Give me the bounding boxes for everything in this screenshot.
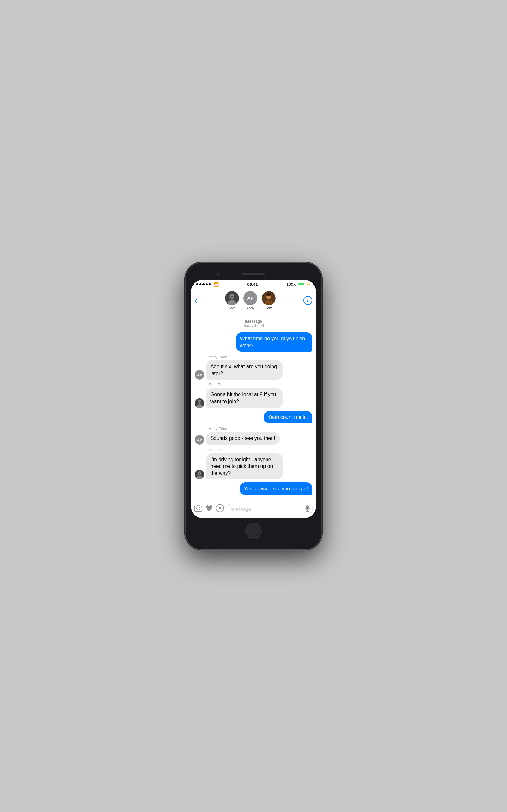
signal-dot-5	[209, 283, 211, 286]
avatar-bubble-sam-1	[195, 398, 204, 408]
phone-frame: 📶 09:41 100% ⚡ ‹	[185, 263, 322, 549]
service-label: iMessage	[195, 319, 312, 323]
battery-icon	[298, 283, 305, 287]
status-right: 100% ⚡	[286, 282, 311, 287]
heartlink-button[interactable]	[205, 504, 213, 514]
avatar-sam	[225, 291, 239, 305]
screen-content: 📶 09:41 100% ⚡ ‹	[191, 280, 316, 518]
svg-text:A: A	[218, 506, 221, 511]
appstore-button[interactable]: A	[216, 504, 224, 514]
bottom-bar: A	[191, 501, 316, 518]
sam-name: Sam	[228, 306, 236, 310]
message-group-6: Sam Pratt I'm drivi	[195, 448, 312, 480]
tom-name: Tom	[266, 306, 272, 310]
bubble-incoming-2: About six, what are you doing later?	[206, 360, 283, 380]
signal-dot-4	[206, 283, 208, 286]
message-group-1: What time do you guys finish work?	[195, 332, 312, 352]
table-row: AP Sounds good - see you then!	[195, 432, 312, 445]
signal-dot-1	[196, 283, 198, 286]
message-group-4: Yeah count me in.	[195, 411, 312, 424]
avatar-tom	[262, 291, 276, 305]
phone-screen: 📶 09:41 100% ⚡ ‹	[191, 280, 316, 518]
contact-sam[interactable]: Sam	[225, 291, 239, 310]
table-row: Yes please. See you tonight!	[195, 483, 312, 495]
message-timestamp: iMessage Today 12:06	[195, 319, 312, 328]
message-group-2: Andy Price AP About six, what are you do…	[195, 355, 312, 380]
status-bar: 📶 09:41 100% ⚡	[191, 280, 316, 289]
andy-initials: AP	[247, 296, 253, 301]
battery-percent: 100%	[286, 282, 296, 287]
message-time: Today 12:06	[195, 323, 312, 328]
bubble-outgoing-7: Yes please. See you tonight!	[240, 483, 312, 495]
signal-dots	[196, 283, 211, 286]
message-group-5: Andy Price AP Sounds good - see you then…	[195, 427, 312, 445]
contacts-row: Sam AP Andy	[198, 291, 303, 310]
table-row: Gonna hit the local at 8 if you want to …	[195, 388, 312, 408]
svg-point-9	[266, 293, 271, 296]
bubble-incoming-5: Sounds good - see you then!	[206, 432, 280, 445]
camera-dot	[216, 272, 220, 275]
table-row: What time do you guys finish work?	[195, 332, 312, 352]
contact-andy[interactable]: AP Andy	[243, 291, 257, 310]
message-group-3: Sam Pratt Gonna hit	[195, 383, 312, 408]
messages-area[interactable]: iMessage Today 12:06 What time do you gu…	[191, 313, 316, 501]
status-time: 09:41	[247, 282, 258, 287]
mic-icon[interactable]	[304, 505, 310, 513]
speaker	[242, 273, 265, 275]
svg-point-17	[198, 471, 202, 475]
message-input[interactable]	[227, 504, 313, 514]
svg-point-23	[197, 507, 200, 510]
info-icon: i	[307, 298, 308, 303]
bubble-outgoing-4: Yeah count me in.	[264, 411, 313, 424]
table-row: I'm driving tonight - anyone need me to …	[195, 453, 312, 480]
andy-name: Andy	[246, 306, 255, 310]
sender-andy-1: Andy Price	[209, 355, 312, 359]
phone-bottom	[191, 518, 316, 544]
sender-andy-2: Andy Price	[209, 427, 312, 431]
table-row: AP About six, what are you doing later?	[195, 360, 312, 380]
table-row: Yeah count me in.	[195, 411, 312, 424]
wifi-icon: 📶	[213, 282, 219, 287]
bubble-incoming-3: Gonna hit the local at 8 if you want to …	[206, 388, 283, 408]
sender-sam-1: Sam Pratt	[209, 383, 312, 387]
svg-point-11	[198, 400, 202, 404]
charging-icon: ⚡	[306, 282, 311, 287]
contact-tom[interactable]: Tom	[262, 291, 276, 310]
signal-dot-3	[203, 283, 205, 286]
bubble-incoming-6: I'm driving tonight - anyone need me to …	[206, 453, 283, 480]
signal-dot-2	[199, 283, 202, 286]
avatar-bubble-ap-2: AP	[195, 435, 204, 445]
bubble-outgoing-1: What time do you guys finish work?	[236, 332, 313, 352]
back-button[interactable]: ‹	[195, 296, 198, 305]
sender-sam-2: Sam Pratt	[209, 448, 312, 452]
message-input-wrapper[interactable]	[227, 504, 313, 514]
avatar-bubble-sam-2	[195, 470, 204, 479]
avatar-andy: AP	[243, 291, 257, 305]
nav-bar: ‹	[191, 289, 316, 313]
camera-button[interactable]	[194, 505, 203, 513]
svg-rect-27	[306, 505, 309, 509]
message-group-7: Yes please. See you tonight!	[195, 483, 312, 495]
home-button[interactable]	[245, 523, 262, 539]
phone-top-bar	[191, 268, 316, 280]
avatar-bubble-ap-1: AP	[195, 370, 204, 380]
info-button[interactable]: i	[303, 296, 312, 305]
status-left: 📶	[196, 282, 219, 287]
